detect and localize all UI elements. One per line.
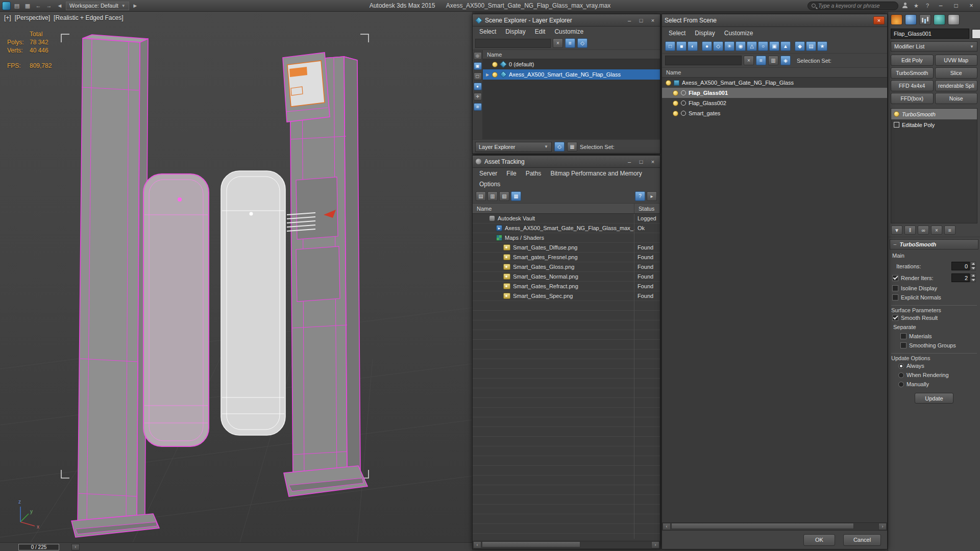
workspace-next-icon[interactable]: ► [131,2,140,10]
spin-up-icon[interactable] [970,262,976,266]
detail-view-icon[interactable]: ▧ [499,191,509,201]
maximize-icon[interactable]: □ [636,16,646,24]
clear-search-icon[interactable]: × [744,56,754,65]
layer-toolbar-icon[interactable]: ◇ [554,142,565,152]
display-spacewarps-icon[interactable]: ○ [758,41,768,51]
display-shapes-icon[interactable]: ◇ [713,41,723,51]
lock-icon[interactable]: ▢ [474,72,482,80]
spin-down-icon[interactable] [970,278,976,282]
display-layers-icon[interactable]: ◇ [577,38,587,48]
options-icon[interactable]: ▸ [647,191,657,201]
asset-row[interactable]: Smart_Gates_Diffuse.png Found [473,243,660,253]
material-editor-icon[interactable] [905,14,917,25]
smooth-result-checkbox[interactable] [892,315,898,321]
display-geometry-icon[interactable]: ● [702,41,712,51]
modifier-button-ffd-box[interactable]: FFD(box) [891,93,934,104]
when-rendering-radio[interactable] [898,372,904,378]
object-name-field[interactable] [891,29,969,39]
menu-paths[interactable]: Paths [521,168,546,179]
menu-edit[interactable]: Edit [530,27,550,37]
menu-customize[interactable]: Customize [550,27,588,37]
modifier-button-edit-poly[interactable]: Edit Poly [891,55,934,66]
scroll-right-icon[interactable]: › [878,523,887,530]
help-icon[interactable]: ? [923,2,932,10]
menu-bitmap-performance[interactable]: Bitmap Performance and Memory [546,168,646,179]
select-from-scene-titlebar[interactable]: Select From Scene × [662,14,887,27]
sign-in-icon[interactable] [900,2,910,10]
render-iters-spinner[interactable] [951,273,976,282]
maximize-icon[interactable]: □ [636,158,646,166]
workspace-prev-icon[interactable]: ◄ [55,2,64,10]
list-view-icon[interactable]: ▥ [487,191,498,201]
table-view-icon[interactable]: ▤ [476,191,486,201]
settings-icon[interactable]: ≋ [474,103,482,111]
layer-row-selected[interactable]: ▶ Axess_AX500_Smart_Gate_NG_Flap_Glass [483,69,660,80]
time-slider[interactable]: 0 / 225 [18,544,59,550]
spin-down-icon[interactable] [970,266,976,270]
render-iters-value-field[interactable] [951,273,970,282]
scene-object-row-selected[interactable]: Flap_Glass001 [662,88,887,98]
favorites-icon[interactable]: ★ [912,2,921,10]
display-bones-icon[interactable]: ◆ [795,41,805,51]
ok-button[interactable]: OK [803,534,835,546]
scroll-left-icon[interactable]: ‹ [473,541,481,548]
pick-icon[interactable]: ✛ [474,93,482,101]
isoline-display-checkbox[interactable] [892,285,898,291]
visibility-lightbulb-icon[interactable] [673,90,678,96]
clear-search-icon[interactable]: × [553,38,563,48]
modifier-stack-item-turbosmooth[interactable]: TurboSmooth [891,109,977,119]
grid-toolbar-icon[interactable]: ▦ [567,142,577,152]
track-bar-button[interactable]: ‹ [71,544,80,550]
modifier-button-uvw-map[interactable]: UVW Map [935,55,978,66]
layer-row-default[interactable]: 0 (default) [483,59,660,69]
app-minimize-button[interactable]: – [934,1,947,11]
viewport-shading-menu[interactable]: [Realistic + Edged Faces] [54,14,123,21]
asset-row[interactable]: Smart_Gates_Normal.png Found [473,272,660,282]
manually-radio[interactable] [898,382,904,387]
search-box[interactable] [807,2,898,10]
modifier-button-noise[interactable]: Noise [935,93,978,104]
menu-server[interactable]: Server [475,168,502,179]
modifier-enabled-lightbulb-icon[interactable] [894,111,899,117]
cancel-button[interactable]: Cancel [843,534,881,546]
app-maximize-button[interactable]: □ [949,1,963,11]
status-column-header[interactable]: Status [634,204,660,213]
modifier-stack-item-editable-poly[interactable]: Editable Poly [891,119,977,130]
display-groups-icon[interactable]: ▣ [769,41,779,51]
modifier-button-slice[interactable]: Slice [935,67,978,79]
app-close-button[interactable]: × [965,1,978,11]
search-options-icon[interactable]: ≡ [756,56,766,65]
display-xrefs-icon[interactable]: ▲ [780,41,791,51]
minimize-icon[interactable]: – [625,16,634,24]
asset-tracking-titlebar[interactable]: Asset Tracking – □ × [473,156,660,168]
render-history-icon[interactable] [919,14,931,25]
name-column-header[interactable]: Name [473,204,634,213]
find-icon[interactable]: ◎ [474,52,482,60]
smoothing-groups-checkbox[interactable] [900,342,906,348]
viewport-general-menu[interactable]: [+] [4,14,11,21]
asset-row[interactable]: Smart_Gates_Spec.png Found [473,291,660,301]
scene-object-row[interactable]: Flap_Glass002 [662,98,887,108]
asset-row[interactable]: Smart_Gates_Gloss.png Found [473,262,660,272]
menu-display[interactable]: Display [690,28,719,38]
close-icon[interactable]: × [648,158,657,166]
display-none-icon[interactable]: □ [665,41,675,51]
asset-row[interactable]: ▸Axess_AX500_Smart_Gate_NG_Flap_Glass_ma… [473,223,660,233]
scene-explorer-search-input[interactable] [475,39,551,48]
keyword-search-input[interactable] [818,3,894,9]
column-options-icon[interactable]: ▥ [768,56,778,65]
render-production-icon[interactable] [934,14,945,25]
explicit-normals-checkbox[interactable] [892,294,898,300]
advanced-filter-icon[interactable]: ◈ [780,56,791,65]
close-icon[interactable]: × [648,16,657,24]
sort-hierarchy-icon[interactable]: ≡ [565,38,575,48]
modifier-list-dropdown[interactable]: Modifier List ▼ [891,41,977,52]
visibility-icon[interactable]: ● [474,83,482,90]
menu-file[interactable]: File [502,168,521,179]
display-all-icon[interactable]: ■ [676,41,687,51]
asset-row[interactable]: Smart_gates_Fresnel.png Found [473,253,660,262]
asset-row[interactable]: Maps / Shaders [473,233,660,243]
spin-up-icon[interactable] [970,273,976,278]
display-invert-icon[interactable]: ◐ [688,41,698,51]
menu-select[interactable]: Select [664,28,690,38]
